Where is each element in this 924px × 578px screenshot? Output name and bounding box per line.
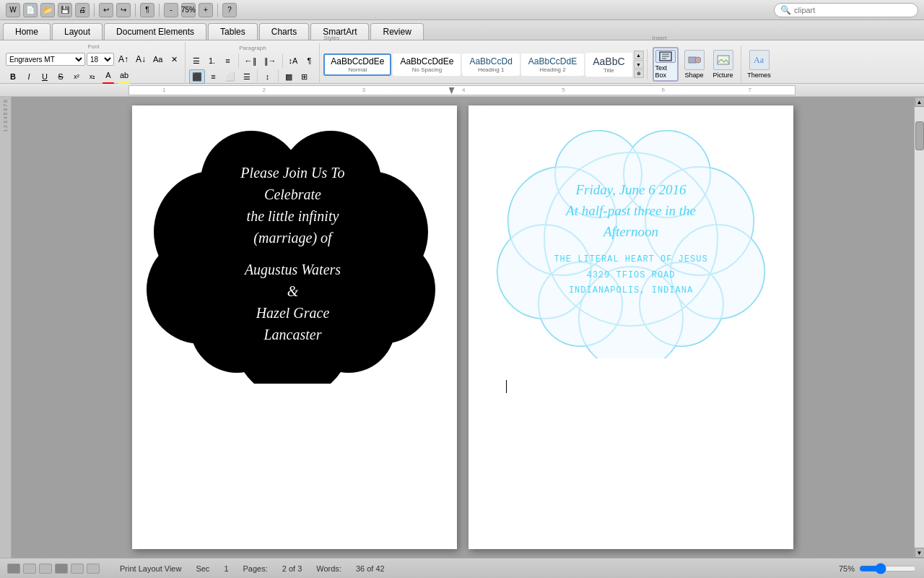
invite-line8: Lancaster — [240, 324, 344, 345]
format-marks-icon[interactable]: ¶ — [140, 3, 154, 17]
superscript-btn[interactable]: x² — [69, 69, 84, 84]
ruler-mark-4: 4 — [462, 87, 465, 93]
search-bar[interactable]: 🔍 — [774, 3, 918, 17]
print-icon[interactable]: 🖨 — [75, 3, 90, 17]
styles-more-btn[interactable]: ⊕ — [634, 69, 644, 78]
svg-rect-6 — [718, 56, 729, 64]
bullets-btn[interactable]: ☰ — [189, 53, 204, 68]
tab-tables[interactable]: Tables — [208, 23, 258, 40]
view-outline-icon[interactable] — [23, 564, 36, 574]
numbering-btn[interactable]: 1. — [205, 53, 219, 68]
align-right-btn[interactable]: ⬜ — [222, 69, 238, 84]
decrease-indent-btn[interactable]: ←‖ — [242, 53, 260, 68]
textbox-label: Text Box — [655, 64, 676, 79]
show-para-btn[interactable]: ¶ — [302, 53, 316, 68]
cloud-black-container: Please Join Us To Celebrate the little i… — [143, 124, 443, 384]
style-heading2[interactable]: AaBbCcDdE Heading 2 — [521, 53, 584, 76]
view-web-icon[interactable] — [71, 564, 84, 574]
cloud-blue-text: Friday, June 6 2016 At half-past three i… — [490, 120, 772, 358]
sort-btn[interactable]: ↕A — [286, 53, 301, 68]
italic-btn[interactable]: I — [22, 69, 36, 84]
style-nospacing[interactable]: AaBbCcDdEe No Spacing — [393, 53, 461, 76]
font-grow-btn[interactable]: A↑ — [116, 52, 131, 66]
tab-home[interactable]: Home — [3, 23, 51, 40]
style-nospacing-label: No Spacing — [400, 66, 453, 73]
underline-btn[interactable]: U — [38, 69, 52, 84]
zoom-label: 75% — [839, 564, 855, 573]
view-focus-icon[interactable] — [87, 564, 100, 574]
paragraph-row2: ⬛ ≡ ⬜ ☰ ↕ ▩ ⊞ — [189, 69, 317, 84]
font-color-btn[interactable]: A — [101, 68, 116, 82]
increase-indent-btn[interactable]: ‖→ — [261, 53, 279, 68]
font-shrink-btn[interactable]: A↓ — [133, 52, 149, 66]
undo-icon[interactable]: ↩ — [99, 3, 113, 17]
picture-label: Picture — [713, 72, 733, 79]
scroll-up-btn[interactable]: ▲ — [915, 97, 925, 107]
style-title[interactable]: AaBbC Title — [585, 53, 632, 77]
search-input[interactable] — [794, 6, 895, 14]
themes-btn[interactable]: Aa Themes — [746, 47, 772, 82]
strikethrough-btn[interactable]: S — [53, 69, 68, 84]
view-normal-icon[interactable] — [7, 564, 20, 574]
divider2 — [135, 4, 136, 17]
style-title-label: Title — [593, 67, 624, 74]
zoom-value-display[interactable]: 75% — [181, 3, 196, 17]
font-name-select[interactable]: Engravers MT — [6, 53, 85, 66]
open-icon[interactable]: 📂 — [40, 3, 55, 17]
tab-review[interactable]: Review — [370, 23, 423, 40]
font-size-select[interactable]: 18 — [87, 53, 114, 66]
shape-btn[interactable]: Shape — [681, 47, 707, 82]
themes-icon: Aa — [749, 50, 770, 70]
align-center-btn[interactable]: ≡ — [206, 69, 221, 84]
new-icon[interactable]: 📄 — [23, 3, 38, 17]
style-heading1[interactable]: AaBbCcDd Heading 1 — [462, 53, 519, 76]
time-text: At half-past three in the — [566, 201, 696, 222]
styles-up-btn[interactable]: ▲ — [634, 51, 644, 59]
view-print-icon[interactable] — [55, 564, 68, 574]
line-spacing-btn[interactable]: ↕ — [261, 69, 275, 84]
scroll-track[interactable] — [915, 107, 925, 548]
textbox-btn[interactable]: Text Box — [653, 47, 679, 82]
highlight-btn[interactable]: ab — [117, 68, 131, 82]
font-section: Font Engravers MT 18 A↑ A↓ Aa ✕ B I U S … — [3, 42, 186, 87]
scroll-thumb[interactable] — [915, 121, 924, 150]
save-icon[interactable]: 💾 — [58, 3, 72, 17]
borders-btn[interactable]: ⊞ — [297, 69, 312, 84]
ruler-mark-5: 5 — [562, 87, 565, 93]
font-case-btn[interactable]: Aa — [150, 52, 165, 66]
svg-point-5 — [695, 57, 701, 63]
tab-charts[interactable]: Charts — [259, 23, 309, 40]
zoom-out-icon[interactable]: - — [164, 3, 178, 17]
tab-layout[interactable]: Layout — [52, 23, 103, 40]
bold-btn[interactable]: B — [6, 69, 20, 84]
view-label: Print Layout View — [120, 564, 181, 573]
shading-btn[interactable]: ▩ — [282, 69, 296, 84]
zoom-slider[interactable] — [859, 563, 917, 574]
justify-btn[interactable]: ☰ — [240, 69, 254, 84]
multilevel-btn[interactable]: ≡ — [221, 53, 235, 68]
styles-down-btn[interactable]: ▼ — [634, 60, 644, 69]
page2: Friday, June 6 2016 At half-past three i… — [468, 105, 793, 549]
subscript-btn[interactable]: x₂ — [85, 69, 100, 84]
scroll-down-btn[interactable]: ▼ — [915, 548, 925, 558]
picture-btn[interactable]: Picture — [710, 47, 736, 82]
help-icon[interactable]: ? — [222, 3, 237, 17]
tab-document-elements[interactable]: Document Elements — [104, 23, 206, 40]
view-icons — [7, 564, 100, 574]
tab-smartart[interactable]: SmartArt — [310, 23, 369, 40]
view-draft-icon[interactable] — [39, 564, 52, 574]
style-normal[interactable]: AaBbCcDdEe Normal — [323, 53, 391, 76]
clear-format-btn[interactable]: ✕ — [167, 52, 182, 66]
themes-section: Aa Themes — [742, 46, 777, 83]
align-left-btn[interactable]: ⬛ — [189, 69, 205, 84]
zoom-in-icon[interactable]: + — [199, 3, 213, 17]
venue-text: THE LITERAL HEART OF JESUS 4329 TFIOS RO… — [554, 252, 707, 299]
redo-icon[interactable]: ↪ — [116, 3, 131, 17]
insert-label: Insert — [653, 35, 667, 41]
invite-line3: the little infinity — [240, 205, 344, 227]
style-heading1-preview: AaBbCcDd — [469, 56, 512, 66]
section-label: Sec — [196, 564, 209, 573]
font-color-group: A — [101, 68, 116, 85]
paragraph-row1: ☰ 1. ≡ ←‖ ‖→ ↕A ¶ — [189, 53, 317, 68]
paragraph-section: Paragraph ☰ 1. ≡ ←‖ ‖→ ↕A ¶ ⬛ ≡ ⬜ ☰ ↕ — [186, 43, 321, 85]
